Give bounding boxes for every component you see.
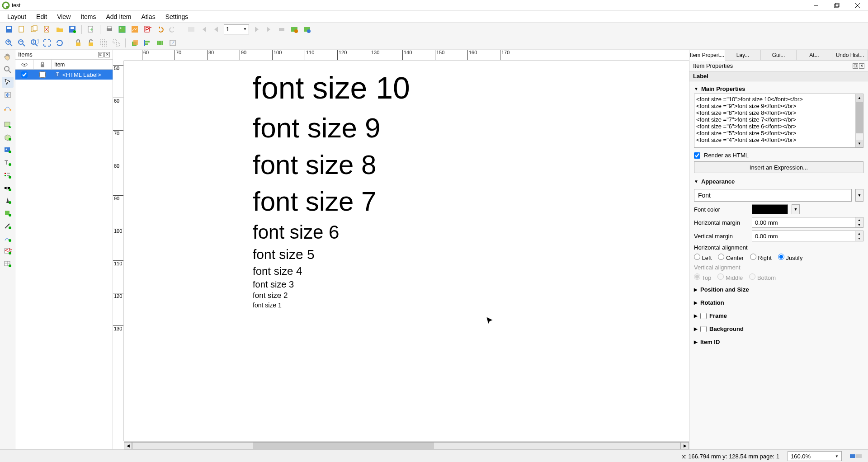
zoom-fit-icon[interactable]: [42, 38, 52, 48]
halign-center-radio[interactable]: [718, 254, 724, 260]
refresh-icon[interactable]: [54, 38, 65, 48]
html-label-item[interactable]: font size 10font size 9font size 8font s…: [253, 67, 410, 310]
export-svg-icon[interactable]: [129, 24, 140, 35]
print-icon[interactable]: [104, 24, 115, 35]
items-col-lock[interactable]: [33, 60, 52, 69]
hmargin-input[interactable]: ▲▼: [752, 217, 863, 228]
next-feature-icon[interactable]: [251, 24, 262, 35]
font-button[interactable]: Font: [694, 189, 852, 202]
move-content-tool-icon[interactable]: [2, 90, 14, 100]
add-scalebar-icon[interactable]: [2, 183, 14, 193]
raise-icon[interactable]: [129, 38, 140, 48]
zoom-tool-icon[interactable]: [2, 64, 14, 75]
tab-layout[interactable]: Lay...: [725, 50, 761, 60]
add-picture-icon[interactable]: [2, 145, 14, 156]
items-col-visibility[interactable]: [15, 60, 33, 69]
tab-atlas[interactable]: At...: [797, 50, 832, 60]
maximize-button[interactable]: [826, 0, 847, 11]
lock-icon[interactable]: [73, 38, 84, 48]
canvas-viewport[interactable]: font size 10font size 9font size 8font s…: [124, 61, 689, 441]
last-feature-icon[interactable]: [264, 24, 274, 35]
zoom-out-icon[interactable]: −: [16, 38, 27, 48]
add-map-icon[interactable]: +: [2, 119, 14, 130]
prev-feature-icon[interactable]: [211, 24, 222, 35]
font-color-swatch[interactable]: [752, 204, 788, 214]
canvas-hscrollbar[interactable]: ◀ ▶: [124, 441, 689, 449]
export-pdf-icon[interactable]: PDF: [142, 24, 153, 35]
frame-checkbox[interactable]: [700, 313, 707, 319]
label-text-input[interactable]: [694, 94, 863, 148]
open-layout-icon[interactable]: [54, 24, 65, 35]
menu-add-item[interactable]: Add Item: [102, 11, 136, 22]
halign-left-radio[interactable]: [694, 254, 700, 260]
panel-float-icon[interactable]: ◱: [853, 63, 858, 69]
background-head[interactable]: ▶Background: [694, 324, 863, 334]
add-label-icon[interactable]: T: [2, 157, 14, 168]
select-tool-icon[interactable]: [2, 77, 14, 88]
atlas-page-combo[interactable]: 1▼: [224, 24, 249, 34]
menu-view[interactable]: View: [52, 11, 75, 22]
distribute-icon[interactable]: [155, 38, 165, 48]
font-dropdown-icon[interactable]: ▼: [855, 189, 863, 202]
layout-page[interactable]: font size 10font size 9font size 8font s…: [124, 61, 621, 422]
scroll-left-icon[interactable]: ◀: [124, 442, 132, 449]
add-page-icon[interactable]: +: [85, 24, 96, 35]
background-checkbox[interactable]: [700, 326, 707, 332]
minimize-button[interactable]: [806, 0, 826, 11]
item-visible-checkbox[interactable]: [21, 71, 28, 78]
zoom-full-icon[interactable]: 1:1: [29, 38, 40, 48]
main-properties-head[interactable]: ▼Main Properties: [694, 84, 863, 94]
frame-head[interactable]: ▶Frame: [694, 311, 863, 321]
scroll-right-icon[interactable]: ▶: [681, 442, 689, 449]
add-arrow-icon[interactable]: [2, 221, 14, 231]
atlas-print-icon[interactable]: [276, 24, 287, 35]
first-feature-icon[interactable]: [198, 24, 209, 35]
export-image-icon[interactable]: [117, 24, 127, 35]
halign-justify-radio[interactable]: [778, 254, 784, 260]
zoom-slider[interactable]: [850, 453, 863, 459]
textarea-scrollbar[interactable]: ▲ ▼: [855, 94, 863, 147]
panel-close-icon[interactable]: ✕: [104, 52, 110, 57]
zoom-in-icon[interactable]: +: [4, 38, 14, 48]
insert-expression-button[interactable]: Insert an Expression...: [694, 161, 863, 173]
unlock-icon[interactable]: [85, 38, 96, 48]
zoom-combo[interactable]: 160.0%▼: [788, 451, 842, 461]
item-row[interactable]: T <HTML Label>: [15, 70, 113, 80]
panel-close-icon[interactable]: ✕: [859, 63, 864, 69]
position-size-head[interactable]: ▶Position and Size: [694, 285, 863, 294]
add-html-icon[interactable]: </>: [2, 246, 14, 257]
item-id-head[interactable]: ▶Item ID: [694, 337, 863, 347]
add-shape-icon[interactable]: [2, 208, 14, 219]
delete-layout-icon[interactable]: [42, 24, 52, 35]
panel-float-icon[interactable]: ◱: [98, 52, 104, 57]
redo-icon[interactable]: [167, 24, 178, 35]
duplicate-layout-icon[interactable]: [29, 24, 40, 35]
undo-icon[interactable]: [155, 24, 165, 35]
menu-edit[interactable]: Edit: [32, 11, 52, 22]
appearance-head[interactable]: ▼Appearance: [694, 177, 863, 186]
resize-icon[interactable]: [167, 38, 178, 48]
save-icon[interactable]: [4, 24, 14, 35]
align-left-icon[interactable]: [142, 38, 153, 48]
atlas-export-icon[interactable]: [289, 24, 300, 35]
add-nodebased-icon[interactable]: [2, 233, 14, 244]
new-layout-icon[interactable]: [16, 24, 27, 35]
save-template-icon[interactable]: [67, 24, 78, 35]
halign-right-radio[interactable]: [750, 254, 756, 260]
font-color-dropdown-icon[interactable]: ▼: [792, 204, 800, 214]
add-legend-icon[interactable]: [2, 170, 14, 181]
tab-guides[interactable]: Gui...: [761, 50, 797, 60]
add-north-arrow-icon[interactable]: [2, 195, 14, 206]
menu-items[interactable]: Items: [76, 11, 100, 22]
add-3dmap-icon[interactable]: [2, 132, 14, 143]
render-html-checkbox[interactable]: [694, 152, 700, 159]
rotation-head[interactable]: ▶Rotation: [694, 298, 863, 307]
menu-settings[interactable]: Settings: [161, 11, 193, 22]
item-lock-checkbox[interactable]: [39, 71, 46, 78]
atlas-toggle-icon[interactable]: [186, 24, 197, 35]
group-icon[interactable]: [98, 38, 109, 48]
vmargin-input[interactable]: ▲▼: [752, 231, 863, 241]
pan-tool-icon[interactable]: [2, 52, 14, 62]
tab-undo-history[interactable]: Undo Hist...: [832, 50, 868, 60]
edit-nodes-tool-icon[interactable]: [2, 102, 14, 113]
